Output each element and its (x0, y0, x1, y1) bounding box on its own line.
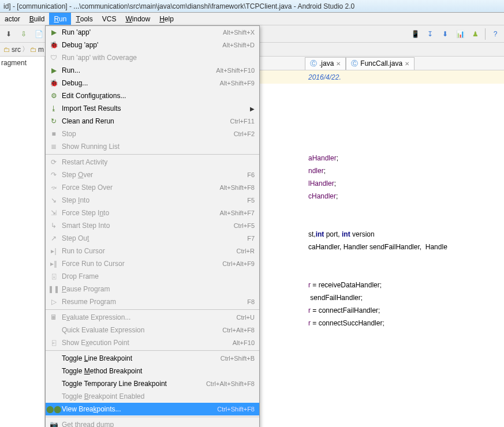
code-line: r = connectSuccHandler; (308, 317, 504, 329)
menu-item-drop-frame: ⍗Drop Frame (46, 270, 259, 283)
camera-icon: 📷 (48, 421, 59, 427)
sync-icon[interactable]: ↧ (424, 28, 436, 40)
code-line: r = connectFailHandler; (308, 304, 504, 317)
toolbar-separator (485, 28, 486, 40)
menu-item-pause-program: ❚❚Pause Program (46, 283, 259, 295)
android-monitor-icon[interactable]: 📊 (454, 28, 466, 40)
menu-shortcut: Alt+Shift+F8 (219, 184, 255, 191)
toolbar-button[interactable]: 📄 (32, 28, 45, 40)
menu-shortcut: F7 (247, 235, 255, 242)
menu-item-label: Force Run to Cursor (59, 260, 222, 268)
menu-item-label: Run... (59, 66, 216, 74)
forceover-icon: ⤼ (48, 183, 59, 192)
sidebar-item[interactable]: ragment (1, 59, 43, 67)
close-icon[interactable]: ✕ (336, 61, 341, 67)
menu-item-label: Run to Cursor (59, 247, 237, 255)
breadcrumb-item[interactable]: 🗀m (30, 46, 44, 54)
menu-shortcut: F5 (247, 197, 255, 204)
avd-manager-icon[interactable]: 📱 (409, 28, 421, 40)
menu-item-label: View Breakpoints... (59, 405, 217, 413)
toolbar-button[interactable]: ⬇ (2, 28, 15, 40)
menu-item-label: Debug 'app' (59, 41, 222, 49)
editor-tab[interactable]: ⒸFuncCall.java✕ (346, 57, 415, 70)
menu-actor[interactable]: actor (0, 13, 25, 25)
main-menubar: actorBuildRunToolsVCSWindowHelp (0, 13, 504, 25)
dropframe-icon: ⍗ (48, 272, 59, 280)
menu-item-clean-and-rerun[interactable]: ↻Clean and RerunCtrl+F11 (46, 115, 259, 128)
editor-tab[interactable]: Ⓒ.java✕ (305, 57, 346, 70)
close-icon[interactable]: ✕ (405, 61, 409, 67)
menu-window[interactable]: Window (121, 13, 155, 25)
menu-item-resume-program: ▷Resume ProgramF8 (46, 295, 259, 308)
file-icon: Ⓒ (310, 59, 317, 69)
menu-item-label: Show Running List (59, 143, 255, 151)
resume-icon: ▷ (48, 298, 59, 306)
menu-vcs[interactable]: VCS (98, 13, 121, 25)
project-sidebar[interactable]: ragment (0, 57, 45, 427)
menu-item-label: Quick Evaluate Expression (59, 326, 222, 334)
menu-item-smart-step-into: ↳Smart Step IntoCtrl+F5 (46, 219, 259, 232)
menu-shortcut: Ctrl+F5 (234, 222, 255, 229)
menu-item-label: Edit Configurations... (59, 92, 255, 100)
menu-item-import-test-results[interactable]: ⭳Import Test Results▶ (46, 102, 259, 115)
menu-item-label: Evaluate Expression... (59, 313, 237, 321)
menu-item-debug[interactable]: 🐞Debug...Alt+Shift+F9 (46, 77, 259, 89)
code-line: aHandler; (308, 152, 504, 164)
menu-shortcut: Alt+Shift+D (222, 42, 255, 48)
pause-icon: ❚❚ (48, 285, 59, 293)
shield-icon: 🛡 (48, 54, 59, 62)
menu-item-label: Force Step Over (59, 183, 219, 192)
android-icon[interactable]: ♟ (469, 28, 481, 40)
menu-item-force-step-over: ⤼Force Step OverAlt+Shift+F8 (46, 181, 259, 194)
menu-item-toggle-method-breakpoint[interactable]: Toggle Method Breakpoint (46, 365, 259, 377)
menu-item-label: Step Over (59, 171, 247, 179)
code-line: sendFailHandler; (308, 291, 504, 304)
stepout-icon: ↗ (48, 234, 59, 242)
menu-help[interactable]: Help (155, 13, 178, 25)
folder-icon: 🗀 (30, 46, 37, 54)
menu-item-edit-configu-rations[interactable]: ⚙Edit Configurations... (46, 89, 259, 102)
menu-shortcut: Alt+F10 (233, 339, 255, 346)
code-line: r = receiveDataHandler; (308, 279, 504, 291)
import-icon: ⭳ (48, 104, 59, 113)
menu-item-label: Toggle Temporary Line Breakpoint (59, 380, 206, 388)
menu-item-view-brea-kpoints[interactable]: ⬤⬤View Breakpoints...Ctrl+Shift+F8 (46, 403, 259, 415)
showexec-icon: ⍇ (48, 339, 59, 347)
forceinto-icon: ⇲ (48, 209, 59, 217)
menu-shortcut: Ctrl+F11 (230, 118, 255, 125)
play-icon: ▶ (48, 66, 59, 74)
menu-item-step-ou-t: ↗Step OutF7 (46, 232, 259, 245)
calc-icon: 🖩 (48, 313, 59, 321)
menu-item-label: Pause Program (59, 285, 255, 293)
menu-item-run-app-with-coverage: 🛡Run 'app' with Coverage (46, 51, 259, 64)
menu-item-step-into: ↘Step IntoF5 (46, 194, 259, 207)
menu-item-label: Run 'app' (59, 28, 223, 36)
menu-shortcut: Ctrl+U (237, 314, 255, 321)
help-icon[interactable]: ? (489, 28, 502, 40)
menu-item-label: Force Step Into (59, 209, 219, 217)
window-titlebar: id] - [communication] - ...\communicatio… (0, 0, 504, 13)
menu-shortcut: F6 (247, 171, 255, 178)
menu-build[interactable]: Build (25, 13, 50, 25)
menu-item-e-valuate-expression: 🖩Evaluate Expression...Ctrl+U (46, 311, 259, 324)
menu-item-quick-evaluate-expression: Quick Evaluate ExpressionCtrl+Alt+F8 (46, 324, 259, 336)
menu-item-run-app[interactable]: ▶Run 'app'Alt+Shift+X (46, 26, 259, 39)
sdk-manager-icon[interactable]: ⬇ (439, 28, 451, 40)
menu-item-toggle-temporary-line-breakpoint[interactable]: Toggle Temporary Line BreakpointCtrl+Alt… (46, 377, 259, 390)
menu-run[interactable]: Run (49, 13, 71, 25)
menu-shortcut: Alt+Shift+F7 (219, 209, 255, 216)
menu-item-run[interactable]: ▶Run...Alt+Shift+F10 (46, 64, 259, 77)
menu-item-label: Show Execution Point (59, 339, 233, 347)
menu-item-toggle-line-breakpoint[interactable]: Toggle Line BreakpointCtrl+Shift+B (46, 352, 259, 365)
toolbar-button[interactable]: ⇩ (17, 28, 30, 40)
menu-item-toggle-breakpoint-enabled: Toggle Breakpoint Enabled (46, 390, 259, 403)
menu-item-label: Drop Frame (59, 272, 255, 280)
bug-icon: 🐞 (48, 79, 59, 87)
menu-item-debug-app[interactable]: 🐞Debug 'app'Alt+Shift+D (46, 39, 259, 51)
gear-icon: ⚙ (48, 92, 59, 100)
menu-tools[interactable]: Tools (71, 13, 97, 25)
menu-shortcut: Alt+Shift+F9 (219, 80, 255, 87)
menu-item-label: Step Out (59, 234, 247, 242)
menu-item-label: Stop (59, 130, 234, 138)
breadcrumb-item[interactable]: 🗀src (3, 46, 21, 54)
